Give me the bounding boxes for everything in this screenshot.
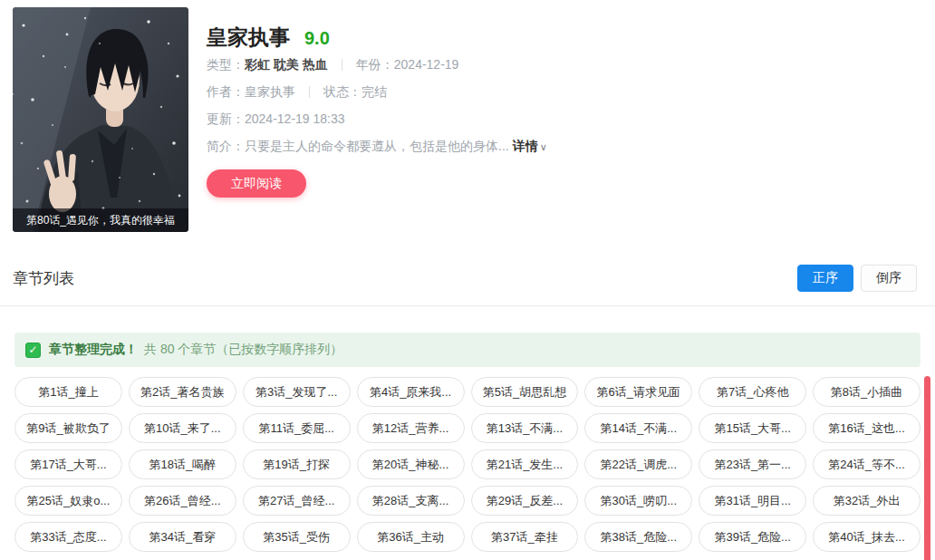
year-value: 2024-12-19	[394, 57, 459, 72]
chapter-button[interactable]: 第32话_外出	[813, 486, 921, 516]
read-now-button[interactable]: 立即阅读	[207, 169, 306, 198]
update-label: 更新：	[207, 111, 245, 126]
chapter-button[interactable]: 第20话_神秘...	[357, 449, 465, 479]
cover-image[interactable]: 第80话_遇见你，我真的很幸福	[13, 7, 188, 232]
chapter-button[interactable]: 第6话_请求见面	[584, 377, 692, 407]
chapter-button[interactable]: 第10话_来了...	[129, 413, 236, 443]
chapter-button[interactable]: 第2话_著名贵族	[129, 377, 236, 407]
chapter-list-title: 章节列表	[13, 268, 74, 289]
type-label: 类型：	[207, 57, 245, 72]
update-value: 2024-12-19 18:33	[245, 111, 345, 126]
chapter-button[interactable]: 第1话_撞上	[14, 377, 122, 407]
meta-row-type-year: 类型：彩虹 耽美 热血年份：2024-12-19	[207, 51, 786, 78]
type-value[interactable]: 彩虹 耽美 热血	[245, 57, 328, 72]
intro-text: 只要是主人的命令都要遵从，包括是他的身体...	[245, 139, 509, 153]
chapter-button[interactable]: 第33话_态度...	[14, 522, 122, 552]
chapter-button[interactable]: 第24话_等不...	[813, 449, 921, 479]
chapter-button[interactable]: 第3话_发现了...	[243, 377, 351, 407]
chapter-button[interactable]: 第8话_小插曲	[813, 377, 921, 407]
manga-detail-page: 第80话_遇见你，我真的很幸福 皇家执事 9.0 类型：彩虹 耽美 热血年份：2…	[0, 0, 935, 560]
notice-strong-text: 章节整理完成！	[49, 342, 138, 358]
chapter-button[interactable]: 第17话_大哥...	[14, 449, 122, 479]
chapter-button[interactable]: 第30话_唠叨...	[584, 486, 692, 516]
chapter-button[interactable]: 第23话_第一...	[699, 449, 806, 479]
status-value: 完结	[361, 84, 387, 99]
chapter-button[interactable]: 第26话_曾经...	[129, 486, 236, 516]
meta-row-intro: 简介：只要是主人的命令都要遵从，包括是他的身体...详情∨	[207, 132, 786, 159]
chapter-button[interactable]: 第35话_受伤	[243, 522, 351, 552]
year-label: 年份：	[356, 57, 394, 72]
chapter-button[interactable]: 第34话_看穿	[129, 522, 236, 552]
chapter-button[interactable]: 第38话_危险...	[584, 522, 692, 552]
chapter-button[interactable]: 第16话_这也...	[813, 413, 921, 443]
author-value: 皇家执事	[245, 84, 295, 99]
chapter-button[interactable]: 第12话_营养...	[357, 413, 465, 443]
chapter-button[interactable]: 第37话_牵挂	[471, 522, 579, 552]
sort-toggle-group: 正序 倒序	[797, 265, 917, 292]
sort-descending-button[interactable]: 倒序	[861, 265, 917, 292]
chapter-button[interactable]: 第9话_被欺负了	[14, 413, 122, 443]
chapter-button[interactable]: 第19话_打探	[243, 449, 351, 479]
chapter-button[interactable]: 第31话_明目...	[699, 486, 806, 516]
chapter-button[interactable]: 第25话_奴隶o...	[14, 486, 122, 516]
chevron-down-icon[interactable]: ∨	[540, 141, 547, 152]
cover-illustration	[13, 7, 188, 232]
chapter-button[interactable]: 第21话_发生...	[471, 449, 579, 479]
rating-score: 9.0	[304, 28, 330, 49]
chapter-notice-banner: ✓ 章节整理完成！ 共 80 个章节（已按数字顺序排列）	[14, 333, 921, 367]
chapter-button[interactable]: 第14话_不满...	[584, 413, 692, 443]
author-label: 作者：	[207, 84, 245, 99]
chapter-button[interactable]: 第4话_原来我...	[357, 377, 465, 407]
chapter-button[interactable]: 第40话_抹去...	[813, 522, 921, 552]
meta-divider	[342, 59, 342, 71]
page-title: 皇家执事	[207, 24, 290, 52]
chapter-button[interactable]: 第29话_反差...	[471, 486, 579, 516]
manga-info: 皇家执事 9.0 类型：彩虹 耽美 热血年份：2024-12-19 作者：皇家执…	[207, 24, 786, 198]
chapter-button[interactable]: 第27话_曾经...	[243, 486, 351, 516]
detail-link[interactable]: 详情	[513, 139, 538, 153]
intro-label: 简介：	[207, 139, 245, 153]
chapter-button[interactable]: 第15话_大哥...	[699, 413, 806, 443]
chapter-button[interactable]: 第36话_主动	[357, 522, 465, 552]
chapter-scrollbar-thumb[interactable]	[924, 376, 930, 560]
meta-row-author-status: 作者：皇家执事状态：完结	[207, 78, 786, 105]
chapter-section-header: 章节列表 正序 倒序	[13, 265, 917, 292]
section-divider	[0, 305, 935, 306]
meta-row-update: 更新：2024-12-19 18:33	[207, 105, 786, 132]
chapter-button[interactable]: 第13话_不满...	[471, 413, 579, 443]
chapter-button[interactable]: 第5话_胡思乱想	[471, 377, 579, 407]
latest-chapter-caption: 第80话_遇见你，我真的很幸福	[13, 208, 188, 232]
chapter-button[interactable]: 第39话_危险...	[699, 522, 806, 552]
chapter-button[interactable]: 第11话_委屈...	[243, 413, 351, 443]
notice-detail-text: 共 80 个章节（已按数字顺序排列）	[144, 342, 342, 358]
sort-ascending-button[interactable]: 正序	[797, 265, 853, 292]
meta-divider	[309, 86, 310, 98]
chapter-button[interactable]: 第7话_心疼他	[699, 377, 806, 407]
chapter-button[interactable]: 第18话_喝醉	[129, 449, 236, 479]
status-label: 状态：	[323, 84, 361, 99]
chapter-button[interactable]: 第22话_调虎...	[584, 449, 692, 479]
chapter-grid: 第1话_撞上第2话_著名贵族第3话_发现了...第4话_原来我...第5话_胡思…	[14, 377, 921, 552]
check-icon: ✓	[25, 343, 41, 358]
chapter-button[interactable]: 第28话_支离...	[357, 486, 465, 516]
